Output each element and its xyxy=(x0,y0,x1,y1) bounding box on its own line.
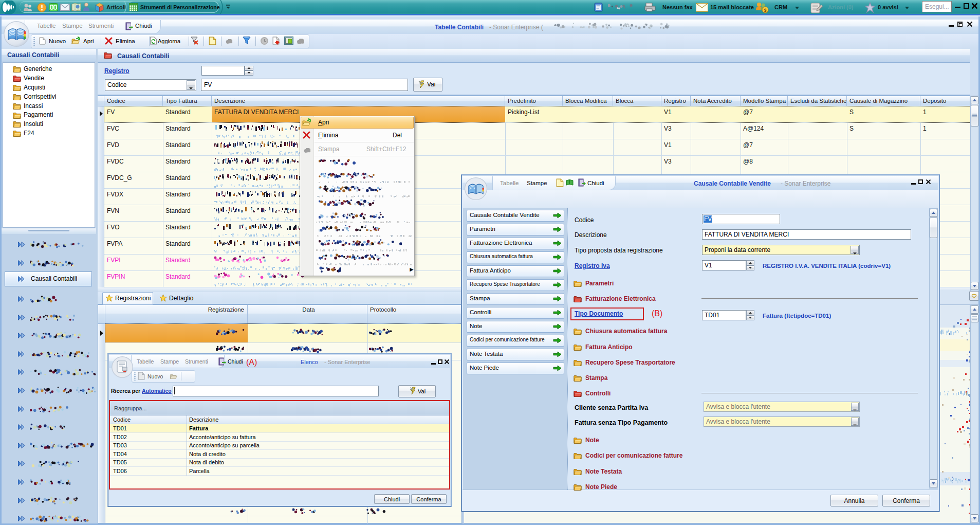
svg-text:$: $ xyxy=(764,8,766,13)
